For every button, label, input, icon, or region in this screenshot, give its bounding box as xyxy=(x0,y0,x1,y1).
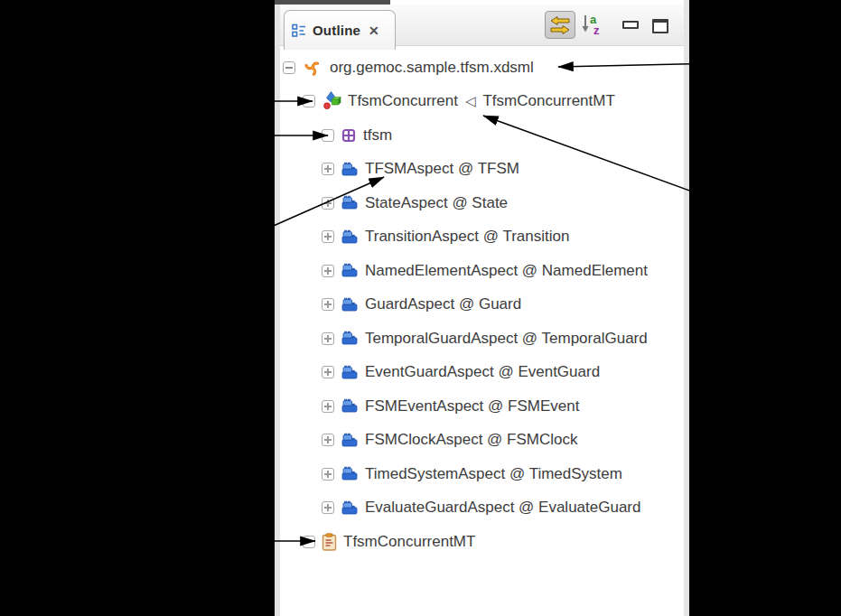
aspect-brick-icon xyxy=(341,229,359,245)
tree-row[interactable]: TemporalGuardAspect @ TemporalGuard xyxy=(280,322,684,356)
minimize-button[interactable] xyxy=(622,21,639,29)
link-with-editor-button[interactable] xyxy=(545,11,575,39)
collapse-icon[interactable] xyxy=(283,61,295,74)
tree-row[interactable]: NamedElementAspect @ NamedElement xyxy=(280,254,684,288)
tree-item-label[interactable]: TimedSystemAspect @ TimedSystem xyxy=(365,465,622,483)
tree-item-label[interactable]: tfsm xyxy=(363,126,392,145)
expand-icon[interactable] xyxy=(322,230,334,243)
tree-row[interactable]: FSMClockAspect @ FSMClock xyxy=(280,424,684,458)
view-header: Outline ✕ xyxy=(280,5,684,46)
tab-close-icon[interactable]: ✕ xyxy=(369,23,379,38)
tree-item-label[interactable]: TemporalGuardAspect @ TemporalGuard xyxy=(365,330,648,348)
link-with-editor-icon xyxy=(549,15,571,35)
emf-package-icon xyxy=(341,127,357,144)
clipboard-icon xyxy=(322,533,337,551)
outline-tree: org.gemoc.sample.tfsm.xdsmlTfsmConcurren… xyxy=(280,51,684,559)
aspect-brick-icon xyxy=(341,297,359,313)
aspect-brick-icon xyxy=(341,500,359,516)
expand-icon[interactable] xyxy=(322,400,334,413)
aspect-brick-icon xyxy=(341,263,359,278)
tree-item-label[interactable]: FSMClockAspect @ FSMClock xyxy=(365,431,577,449)
expand-box[interactable] xyxy=(303,536,315,548)
panel-right-border xyxy=(684,0,689,616)
tree-row[interactable]: TimedSystemAspect @ TimedSystem xyxy=(280,457,684,491)
tree-item-label[interactable]: FSMEventAspect @ FSMEvent xyxy=(365,397,579,415)
tree-item-label[interactable]: TFSMAspect @ TFSM xyxy=(365,160,519,178)
aspect-brick-icon xyxy=(341,466,359,481)
tree-item-label[interactable]: org.gemoc.sample.tfsm.xdsml xyxy=(330,59,534,77)
cropped-annotation-text: nt xyxy=(3,266,24,295)
gemoc-model-icon xyxy=(302,57,323,79)
tree-item-label[interactable]: EventGuardAspect @ EventGuard xyxy=(365,363,600,381)
sort-alphabetically-icon: a z xyxy=(580,13,603,37)
tree-row[interactable]: TFSMAspect @ TFSM xyxy=(280,153,684,187)
tree-row[interactable]: EventGuardAspect @ EventGuard xyxy=(280,356,684,390)
expand-icon[interactable] xyxy=(322,298,334,311)
expand-icon[interactable] xyxy=(322,332,334,345)
tree-item-label[interactable]: StateAspect @ State xyxy=(365,194,508,212)
screenshot-canvas: Outline ✕ xyxy=(0,0,841,616)
outline-view-icon xyxy=(292,23,306,38)
expand-icon[interactable] xyxy=(322,366,334,378)
tree-row[interactable]: GuardAspect @ Guard xyxy=(280,288,684,322)
expand-icon[interactable] xyxy=(322,468,334,481)
expand-box[interactable] xyxy=(322,129,334,142)
aspect-brick-icon xyxy=(341,162,359,177)
expand-icon[interactable] xyxy=(322,197,334,210)
tree-item-label[interactable]: NamedElementAspect @ NamedElement xyxy=(365,262,648,280)
tree-row[interactable]: org.gemoc.sample.tfsm.xdsml xyxy=(280,51,684,85)
expand-icon[interactable] xyxy=(322,265,334,277)
tree-item-label[interactable]: TfsmConcurrentMT xyxy=(343,533,475,551)
gemoc-language-icon xyxy=(322,91,341,111)
tree-row[interactable]: TransitionAspect @ Transition xyxy=(280,220,684,255)
tab-title: Outline xyxy=(313,23,360,38)
tree-item-label[interactable]: TfsmConcurrent xyxy=(348,92,458,110)
aspect-brick-icon xyxy=(341,433,359,448)
extends-triangle-icon: ◁ xyxy=(465,93,476,109)
tree-row[interactable]: TfsmConcurrentMT xyxy=(280,525,684,559)
expand-icon[interactable] xyxy=(322,501,334,514)
tree-item-label[interactable]: TransitionAspect @ Transition xyxy=(365,228,569,246)
tree-item-label[interactable]: GuardAspect @ Guard xyxy=(365,295,521,313)
tab-outline[interactable]: Outline ✕ xyxy=(284,10,396,50)
aspect-brick-icon xyxy=(341,195,359,210)
expand-icon[interactable] xyxy=(322,434,334,446)
tree-item-label[interactable]: EvaluateGuardAspect @ EvaluateGuard xyxy=(365,499,641,517)
aspect-brick-icon xyxy=(341,365,359,380)
tree-row[interactable]: StateAspect @ State xyxy=(280,186,684,220)
sort-button[interactable]: a z xyxy=(580,13,603,37)
tree-row[interactable]: tfsm xyxy=(280,118,684,153)
expand-icon[interactable] xyxy=(322,163,334,175)
tree-row[interactable]: EvaluateGuardAspect @ EvaluateGuard xyxy=(280,491,684,526)
aspect-brick-icon xyxy=(341,331,359,346)
outline-view-panel: Outline ✕ xyxy=(275,0,689,616)
tree-row[interactable]: FSMEventAspect @ FSMEvent xyxy=(280,389,684,424)
svg-text:z: z xyxy=(593,23,600,37)
expand-box[interactable] xyxy=(303,95,315,107)
aspect-brick-icon xyxy=(341,398,359,414)
maximize-button[interactable] xyxy=(652,19,668,33)
tree-row[interactable]: TfsmConcurrent◁TfsmConcurrentMT xyxy=(280,85,684,119)
tree-item-secondary-label: TfsmConcurrentMT xyxy=(482,92,614,110)
